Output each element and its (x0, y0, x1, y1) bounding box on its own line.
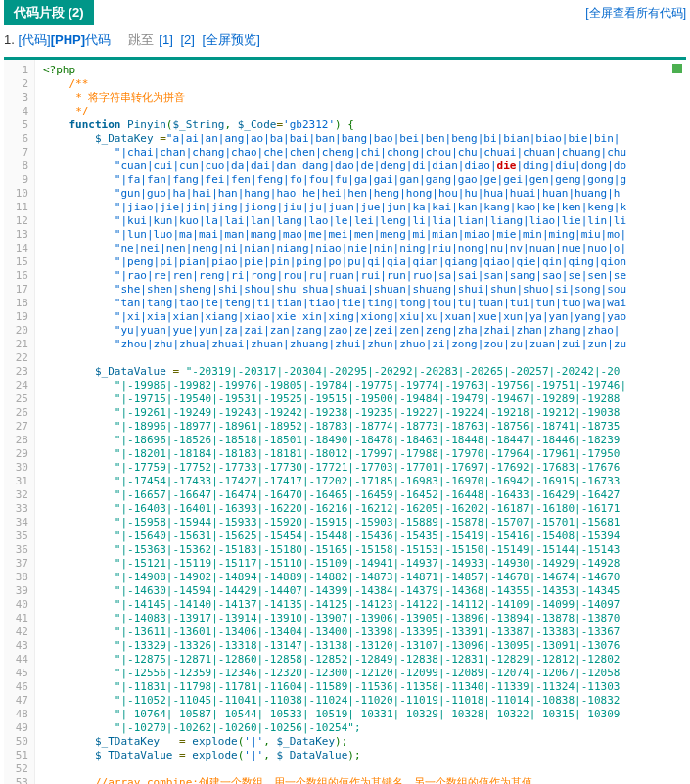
code-line: "|-16403|-16401|-16393|-16220|-16216|-16… (43, 502, 686, 516)
code-line: "|-15640|-15631|-15625|-15454|-15448|-15… (43, 530, 686, 543)
line-number: 11 (6, 201, 28, 214)
line-number: 51 (6, 749, 28, 762)
line-number: 24 (6, 379, 28, 392)
line-number: 43 (6, 639, 28, 653)
line-number: 30 (6, 461, 28, 475)
code-line: "she|shen|sheng|shi|shou|shu|shua|shuai|… (43, 283, 686, 297)
code-line: "|-15363|-15362|-15183|-15180|-15165|-15… (43, 543, 686, 557)
line-number: 53 (6, 776, 28, 784)
code-line: "|-19715|-19540|-19531|-19525|-19515|-19… (43, 392, 686, 406)
line-number: 45 (6, 667, 28, 680)
line-number: 32 (6, 488, 28, 502)
code-line: $_DataValue = "-20319|-20317|-20304|-202… (43, 365, 686, 379)
code-link-3[interactable]: 代码 (85, 32, 111, 47)
code-line: $_TDataKey = explode('|', $_DataKey); (43, 735, 686, 749)
code-link-php[interactable]: [PHP] (51, 32, 85, 47)
line-number: 4 (6, 105, 28, 118)
line-number: 39 (6, 584, 28, 598)
code-line: "|peng|pi|pian|piao|pie|pin|ping|po|pu|q… (43, 255, 686, 269)
line-number: 7 (6, 146, 28, 160)
code-line: "|-19261|-19249|-19243|-19242|-19238|-19… (43, 406, 686, 420)
code-line: "tan|tang|tao|te|teng|ti|tian|tiao|tie|t… (43, 297, 686, 310)
line-number: 5 (6, 118, 28, 132)
code-line: "|-15121|-15119|-15117|-15110|-15109|-14… (43, 557, 686, 571)
jump-label: 跳至 (128, 32, 154, 47)
view-all-link[interactable]: [全屏查看所有代码] (585, 5, 686, 22)
line-number: 22 (6, 351, 28, 365)
code-line: "|fa|fan|fang|fei|fen|feng|fo|fou|fu|ga|… (43, 173, 686, 187)
code-line: "|-14908|-14902|-14894|-14889|-14882|-14… (43, 571, 686, 584)
line-number: 1 (6, 64, 28, 77)
code-link-1[interactable]: [代码] (18, 32, 50, 47)
line-number: 18 (6, 297, 28, 310)
line-number: 26 (6, 406, 28, 420)
code-line: "|-19986|-19982|-19976|-19805|-19784|-19… (43, 379, 686, 392)
line-number: 34 (6, 516, 28, 530)
line-number: 48 (6, 708, 28, 721)
line-number: 8 (6, 160, 28, 173)
code-line: "|-12875|-12871|-12860|-12858|-12852|-12… (43, 653, 686, 667)
line-number: 9 (6, 173, 28, 187)
code-line: "|-10764|-10587|-10544|-10533|-10519|-10… (43, 708, 686, 721)
copy-icon[interactable] (672, 64, 682, 73)
code-line: "|-18996|-18977|-18961|-18952|-18783|-18… (43, 420, 686, 434)
code-line: "|-11052|-11045|-11041|-11038|-11024|-11… (43, 694, 686, 708)
subheader: 1. [代码][PHP]代码 跳至 [1] [2] [全屏预览] (0, 25, 690, 57)
code-line: "|lun|luo|ma|mai|man|mang|mao|me|mei|men… (43, 228, 686, 242)
code-line: "|-11831|-11798|-11781|-11604|-11589|-11… (43, 680, 686, 694)
line-number: 16 (6, 269, 28, 283)
line-number: 37 (6, 557, 28, 571)
line-number: 40 (6, 598, 28, 612)
snippet-index: 1. (4, 32, 15, 47)
code-line (43, 762, 686, 776)
line-number: 44 (6, 653, 28, 667)
code-line: "|chai|chan|chang|chao|che|chen|cheng|ch… (43, 146, 686, 160)
line-number: 42 (6, 625, 28, 639)
code-line: $_DataKey ="a|ai|an|ang|ao|ba|bai|ban|ba… (43, 132, 686, 146)
line-number: 20 (6, 324, 28, 338)
line-number: 28 (6, 434, 28, 447)
tab-code-snippet[interactable]: 代码片段 (2) (4, 0, 94, 25)
line-gutter: 1234567891011121314151617181920212223242… (4, 60, 35, 784)
jump-fullscreen[interactable]: [全屏预览] (203, 32, 260, 47)
code-line: "|-14145|-14140|-14137|-14135|-14125|-14… (43, 598, 686, 612)
code-line: "|-16657|-16647|-16474|-16470|-16465|-16… (43, 488, 686, 502)
code-line: <?php (43, 64, 686, 77)
line-number: 47 (6, 694, 28, 708)
code-content: <?php /** * 将字符串转化为拼音 */ function Pinyin… (35, 60, 686, 784)
code-line: function Pinyin($_String, $_Code='gb2312… (43, 118, 686, 132)
code-line: "|-18201|-18184|-18183|-18181|-18012|-17… (43, 447, 686, 461)
code-line: * 将字符串转化为拼音 (43, 91, 686, 105)
line-number: 6 (6, 132, 28, 146)
code-line: $_TDataValue = explode('|', $_DataValue)… (43, 749, 686, 762)
line-number: 23 (6, 365, 28, 379)
code-line: "yu|yuan|yue|yun|za|zai|zan|zang|zao|ze|… (43, 324, 686, 338)
code-line: "|rao|re|ren|reng|ri|rong|rou|ru|ruan|ru… (43, 269, 686, 283)
code-line: "|-14083|-13917|-13914|-13910|-13907|-13… (43, 612, 686, 625)
code-line: "|-15958|-15944|-15933|-15920|-15915|-15… (43, 516, 686, 530)
line-number: 25 (6, 392, 28, 406)
code-line: "|-10270|-10262|-10260|-10256|-10254"; (43, 721, 686, 735)
line-number: 14 (6, 242, 28, 255)
code-block: 1234567891011121314151617181920212223242… (4, 57, 686, 784)
code-line: "|jiao|jie|jin|jing|jiong|jiu|ju|juan|ju… (43, 201, 686, 214)
code-line: "|xi|xia|xian|xiang|xiao|xie|xin|xing|xi… (43, 310, 686, 324)
code-line: "|-13611|-13601|-13406|-13404|-13400|-13… (43, 625, 686, 639)
code-line: "|-12556|-12359|-12346|-12320|-12300|-12… (43, 667, 686, 680)
line-number: 50 (6, 735, 28, 749)
line-number: 2 (6, 77, 28, 91)
code-line: "zhou|zhu|zhua|zhuai|zhuan|zhuang|zhui|z… (43, 338, 686, 351)
line-number: 36 (6, 543, 28, 557)
line-number: 31 (6, 475, 28, 488)
line-number: 41 (6, 612, 28, 625)
code-line: */ (43, 105, 686, 118)
jump-1[interactable]: [1] (159, 32, 172, 47)
line-number: 19 (6, 310, 28, 324)
jump-2[interactable]: [2] (180, 32, 194, 47)
line-number: 21 (6, 338, 28, 351)
line-number: 27 (6, 420, 28, 434)
code-line: "|kui|kun|kuo|la|lai|lan|lang|lao|le|lei… (43, 214, 686, 228)
line-number: 46 (6, 680, 28, 694)
line-number: 13 (6, 228, 28, 242)
code-line: "cuan|cui|cun|cuo|da|dai|dan|dang|dao|de… (43, 160, 686, 173)
